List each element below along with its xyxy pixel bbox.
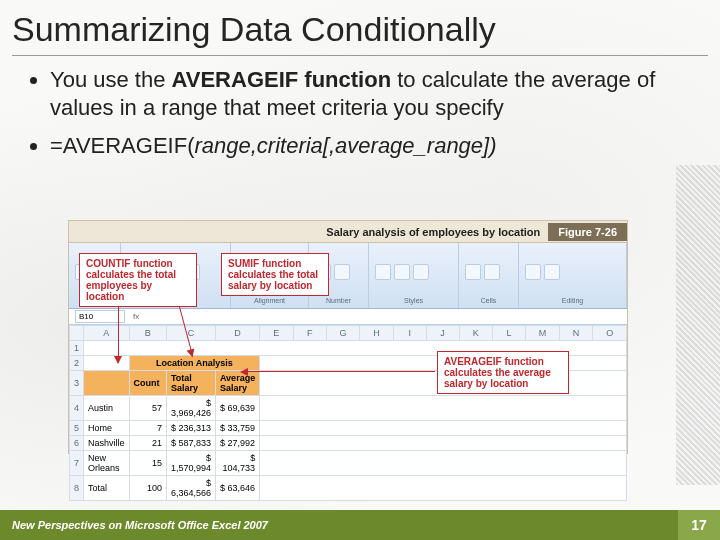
bullet-2: =AVERAGEIF(range,criteria[,average_range…	[50, 132, 680, 160]
slide-title: Summarizing Data Conditionally	[12, 10, 708, 56]
arrow-averageif	[241, 371, 435, 372]
slide: Summarizing Data Conditionally You use t…	[0, 0, 720, 540]
body-text: You use the AVERAGEIF function to calcul…	[28, 66, 680, 170]
formula-bar: B10 fx	[69, 309, 627, 325]
figure-header: Salary analysis of employees by location…	[69, 221, 627, 243]
ribbon-group-cells: Cells	[465, 297, 512, 304]
table-row: 4Austin57$ 3,969,426$ 69,639	[70, 396, 627, 421]
bullet-1-bold: AVERAGEIF function	[172, 67, 392, 92]
callout-averageif: AVERAGEIF function calculates the averag…	[437, 351, 569, 394]
page-number: 17	[678, 510, 720, 540]
figure-7-26: Salary analysis of employees by location…	[68, 220, 628, 454]
footer-text: New Perspectives on Microsoft Office Exc…	[0, 519, 678, 531]
table-row: 7New Orleans15$ 1,570,994$ 104,733	[70, 451, 627, 476]
figure-badge: Figure 7-26	[548, 223, 627, 241]
decorative-strip	[676, 165, 720, 485]
bullet-2-args: range,criteria[,average_range])	[194, 133, 496, 158]
ribbon-group-number: Number	[315, 297, 362, 304]
column-headers: A B C D E F G H I J K L M N O	[70, 326, 627, 341]
fx-icon: fx	[133, 312, 139, 321]
bullet-2-prefix: =AVERAGEIF(	[50, 133, 194, 158]
arrow-countif	[118, 303, 119, 363]
table-row: 6Nashville21$ 587,833$ 27,992	[70, 436, 627, 451]
footer: New Perspectives on Microsoft Office Exc…	[0, 510, 720, 540]
table-row: 5Home7$ 236,313$ 33,759	[70, 421, 627, 436]
callout-sumif: SUMIF function calculates the total sala…	[221, 253, 329, 296]
callout-countif: COUNTIF function calculates the total em…	[79, 253, 197, 307]
figure-image: Clipboard Font Alignment Number Styles C…	[69, 243, 627, 453]
ribbon-group-editing: Editing	[525, 297, 620, 304]
ribbon-group-alignment: Alignment	[237, 297, 302, 304]
bullet-1: You use the AVERAGEIF function to calcul…	[50, 66, 680, 122]
ribbon-group-styles: Styles	[375, 297, 452, 304]
figure-caption: Salary analysis of employees by location	[69, 226, 548, 238]
table-row: 8Total100$ 6,364,566$ 63,646	[70, 476, 627, 501]
bullet-1-prefix: You use the	[50, 67, 172, 92]
